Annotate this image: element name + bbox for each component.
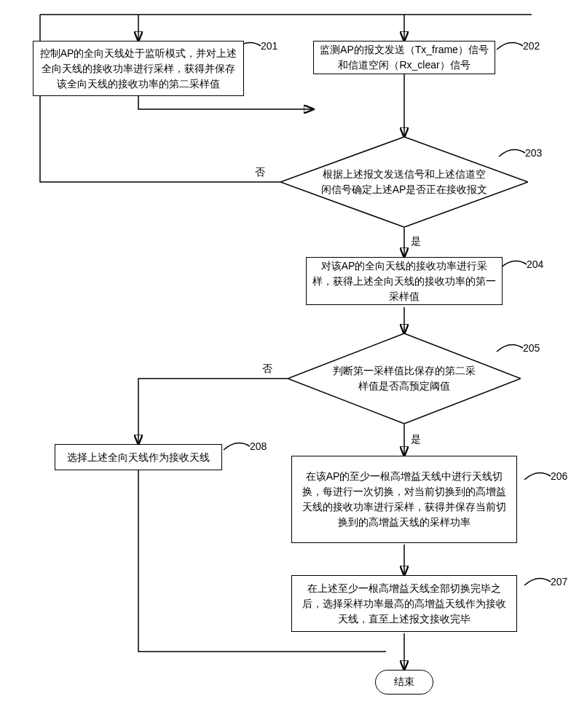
- step-207-number: 207: [551, 576, 567, 587]
- edge-205-no: 否: [261, 363, 274, 376]
- step-204-text: 对该AP的全向天线的接收功率进行采样，获得上述全向天线的接收功率的第一采样值: [312, 258, 496, 304]
- step-208-text: 选择上述全向天线作为接收天线: [67, 450, 210, 465]
- step-207-text: 在上述至少一根高增益天线全部切换完毕之后，选择采样功率最高的高增益天线作为接收天…: [298, 581, 511, 627]
- step-202: 监测AP的报文发送（Tx_frame）信号和信道空闲（Rx_clear）信号: [313, 41, 495, 74]
- edge-203-no: 否: [253, 166, 267, 179]
- step-203-number: 203: [525, 147, 542, 159]
- decision-203-text: 根据上述报文发送信号和上述信道空闲信号确定上述AP是否正在接收报文: [320, 167, 488, 197]
- terminator-end: 结束: [375, 670, 433, 695]
- step-204: 对该AP的全向天线的接收功率进行采样，获得上述全向天线的接收功率的第一采样值: [306, 257, 503, 305]
- step-205-number: 205: [523, 342, 540, 354]
- edge-205-yes: 是: [409, 433, 422, 446]
- step-204-number: 204: [527, 258, 543, 270]
- step-201-number: 201: [261, 40, 277, 52]
- step-202-number: 202: [523, 40, 540, 52]
- step-208-number: 208: [250, 440, 267, 452]
- step-201: 控制AP的全向天线处于监听模式，并对上述全向天线的接收功率进行采样，获得并保存该…: [33, 41, 244, 96]
- terminator-end-text: 结束: [394, 676, 414, 689]
- step-206-text: 在该AP的至少一根高增益天线中进行天线切换，每进行一次切换，对当前切换到的高增益…: [298, 469, 511, 530]
- flowchart-canvas: 控制AP的全向天线处于监听模式，并对上述全向天线的接收功率进行采样，获得并保存该…: [0, 0, 571, 728]
- step-208: 选择上述全向天线作为接收天线: [55, 444, 222, 470]
- step-206-number: 206: [551, 470, 567, 482]
- step-201-text: 控制AP的全向天线处于监听模式，并对上述全向天线的接收功率进行采样，获得并保存该…: [39, 46, 237, 92]
- edge-203-yes: 是: [409, 235, 422, 248]
- decision-205-text: 判断第一采样值比保存的第二采样值是否高预定阈值: [331, 363, 477, 394]
- step-206: 在该AP的至少一根高增益天线中进行天线切换，每进行一次切换，对当前切换到的高增益…: [291, 456, 517, 543]
- step-202-text: 监测AP的报文发送（Tx_frame）信号和信道空闲（Rx_clear）信号: [320, 42, 489, 73]
- step-207: 在上述至少一根高增益天线全部切换完毕之后，选择采样功率最高的高增益天线作为接收天…: [291, 575, 517, 632]
